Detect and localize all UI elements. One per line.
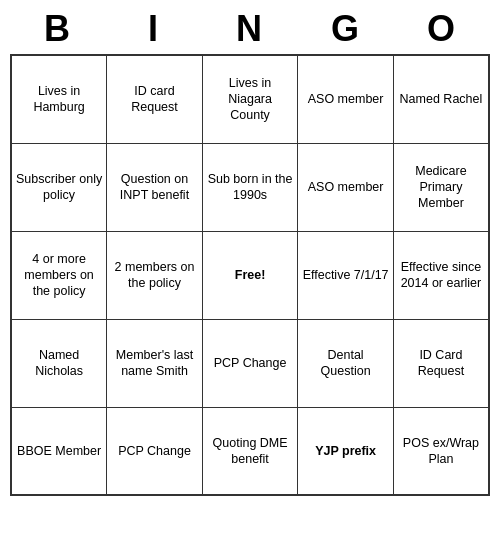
cell-r1-c1: Question on INPT benefit: [107, 143, 203, 231]
cell-r1-c0: Subscriber only policy: [11, 143, 107, 231]
cell-r3-c3: Dental Question: [298, 319, 394, 407]
bingo-title: BINGO: [10, 0, 490, 54]
cell-r2-c4: Effective since 2014 or earlier: [393, 231, 489, 319]
cell-r0-c1: ID card Request: [107, 55, 203, 143]
cell-r4-c3: YJP prefix: [298, 407, 394, 495]
title-letter: G: [298, 8, 394, 50]
title-letter: B: [10, 8, 106, 50]
cell-r0-c4: Named Rachel: [393, 55, 489, 143]
cell-r1-c4: Medicare Primary Member: [393, 143, 489, 231]
cell-r2-c2: Free!: [202, 231, 298, 319]
cell-r4-c1: PCP Change: [107, 407, 203, 495]
cell-r2-c3: Effective 7/1/17: [298, 231, 394, 319]
title-letter: N: [202, 8, 298, 50]
cell-r3-c2: PCP Change: [202, 319, 298, 407]
cell-r0-c2: Lives in Niagara County: [202, 55, 298, 143]
cell-r1-c3: ASO member: [298, 143, 394, 231]
title-letter: I: [106, 8, 202, 50]
cell-r3-c4: ID Card Request: [393, 319, 489, 407]
cell-r2-c0: 4 or more members on the policy: [11, 231, 107, 319]
cell-r0-c0: Lives in Hamburg: [11, 55, 107, 143]
cell-r1-c2: Sub born in the 1990s: [202, 143, 298, 231]
title-letter: O: [394, 8, 490, 50]
cell-r2-c1: 2 members on the policy: [107, 231, 203, 319]
cell-r3-c0: Named Nicholas: [11, 319, 107, 407]
bingo-grid: Lives in HamburgID card RequestLives in …: [10, 54, 490, 496]
cell-r0-c3: ASO member: [298, 55, 394, 143]
cell-r3-c1: Member's last name Smith: [107, 319, 203, 407]
cell-r4-c4: POS ex/Wrap Plan: [393, 407, 489, 495]
cell-r4-c2: Quoting DME benefit: [202, 407, 298, 495]
cell-r4-c0: BBOE Member: [11, 407, 107, 495]
